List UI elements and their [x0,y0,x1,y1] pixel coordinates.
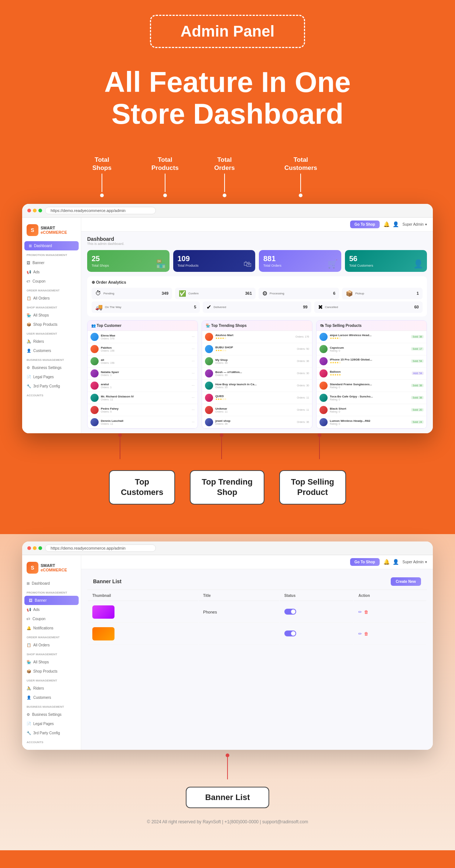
delete-button-1[interactable]: 🗑 [364,609,369,615]
item-sub: Orders: 5 [101,410,189,413]
item-info: Akohno Mart ★★★★☆ [215,334,293,340]
sidebar-item-notifications[interactable]: 🔔 Notifications [22,623,81,633]
item-info: aique Larson Wireless Head... ★★★★☆ [330,334,409,340]
sidebar-section-accounts: ACCOUNTS [22,391,81,399]
delete-button-2[interactable]: 🗑 [364,631,369,636]
analytics-row-2: 🚚 On The Way 5 ✔ Delivered 99 ✖ [92,301,422,313]
status-toggle-2[interactable] [284,631,296,636]
item-name: Unikmar [215,407,295,410]
sidebar-item-shops-2[interactable]: 🏪 All Shops [22,657,81,667]
sidebar-item-coupon-2[interactable]: 🏷 Coupon [22,614,81,623]
pending-value: 349 [162,291,168,295]
sidebar-item-shops[interactable]: 🏪 All Shops [22,311,81,320]
banner-arrow-dot [226,753,229,757]
item-sub: ★★★★☆ [330,361,409,364]
create-new-button[interactable]: Create New [391,577,421,586]
banner-title-phones: Phones [203,610,217,614]
item-name: Black Short [330,407,409,410]
sidebar-item-business-settings[interactable]: ⚙ Business Settings [22,363,81,372]
bell-icon-2[interactable]: 🔔 [383,559,390,565]
order-stat-icon: 🛒 [328,259,338,269]
cancelled-icon: ✖ [318,304,323,311]
dashboard-mockup-2: https://demo.readyecommerce.app/admin S … [22,541,433,750]
banner-label: Banner List [186,787,269,808]
chevron-down-icon: ▾ [425,222,427,226]
edit-button-2[interactable]: ✏ [358,631,362,636]
profile-icon-2[interactable]: 👤 [393,559,399,565]
dashboard-mockup: https://demo.readyecommerce.app/admin S … [22,204,433,433]
item-name: QUED [215,394,295,398]
avatar [90,369,99,377]
item-name: Natalia Sparr [101,370,189,374]
sidebar-item-riders-2[interactable]: 🚴 Riders [22,684,81,693]
sidebar-item-shop-products-2[interactable]: 📦 Shop Products [22,667,81,676]
banner-icon-2: 🖼 [29,598,32,602]
item-sub: Rating: 0 [330,349,409,352]
analytics-row-1: ⏱ Pending 349 ✅ Confirm 361 ⚙ [92,288,422,299]
sidebar-item-orders[interactable]: 📋 All Orders [22,294,81,303]
item-sub: Orders: 576 [101,337,189,340]
sidebar-item-banner[interactable]: 🖼 Banner [22,258,81,267]
cancelled-value: 60 [414,305,419,309]
item-sub: Orders: 1 [101,374,189,376]
browser-bar-2: https://demo.readyecommerce.app/admin [22,541,433,555]
dashboard-section: TotalShops TotalProducts TotalOrders Tot… [0,134,455,534]
sidebar-item-banner-active[interactable]: 🖼 Banner [24,596,79,605]
status-toggle-1[interactable] [284,609,296,615]
profile-icon[interactable]: 👤 [393,221,399,227]
item-sub: Orders: 36 [215,423,295,425]
avatar [90,345,99,353]
go-to-shop-button[interactable]: Go To Shop [350,221,380,228]
sidebar-item-ads-2[interactable]: 📢 Ads [22,605,81,614]
sidebar-item-dashboard[interactable]: ⊞ Dashboard [24,241,79,250]
page-title: Dashboard [87,236,427,242]
banner-header-row: Banner List Create New [87,574,427,590]
avatar [205,345,213,353]
sidebar-item-ads[interactable]: 📢 Ads [22,267,81,277]
sidebar-item-orders-2[interactable]: 📋 All Orders [22,640,81,650]
item-sub: ★★★★☆ [330,337,409,340]
item-name: Bosh — nYsMhm... [215,370,295,374]
hero-text: All Feature In One Store Dashboard [0,55,455,134]
item-sub: Rating: 0 [330,410,409,413]
action-dots: ⋯ [192,396,195,399]
bell-icon[interactable]: 🔔 [383,221,390,227]
sidebar-item-customers[interactable]: 👤 Customers [22,346,81,355]
sidebar-item-legal-2[interactable]: 📄 Legal Pages [22,719,81,728]
sidebar-item-dashboard-2[interactable]: ⊞ Dashboard [22,579,81,588]
orders-count: Orders: 11 [297,409,309,411]
customer-stat-icon: 👤 [413,259,423,269]
edit-button-1[interactable]: ✏ [358,609,362,615]
shop-item-3: My Shop Orders: 36 Orders: 36 [202,355,312,368]
sidebar-item-coupon[interactable]: 🏷 Coupon [22,277,81,286]
avatar [319,418,328,426]
orders-count: Orders: 30 [297,384,309,387]
page-subtitle: This is admin dashboard. [87,242,427,246]
item-info: aratul Orders: 1 [101,383,189,389]
annotation-shops: TotalShops [92,156,112,197]
action-dots: ⋯ [192,420,195,424]
sidebar-item-legal[interactable]: 📄 Legal Pages [22,372,81,382]
coupon-icon: 🏷 [27,279,30,283]
sidebar-item-business-settings-2[interactable]: ⚙ Business Settings [22,710,81,719]
table-row: ✏ 🗑 [88,623,426,645]
action-dots: ⋯ [192,408,195,411]
go-to-shop-button-2[interactable]: Go To Shop [350,558,380,566]
sidebar-item-customers-2[interactable]: 👤 Customers [22,693,81,702]
shop-products-icon-2: 📦 [27,669,31,673]
logo-text: SMART eCOMMERCE [41,226,67,235]
item-sub: Orders: 11 [215,410,295,413]
item-sub: Orders: 156 [101,362,189,364]
item-name: Elena Mae [101,334,189,337]
stat-card-orders: 881 Total Orders 🛒 [259,250,341,272]
stat-card-shops: 25 Total Shops 🏪 [87,250,170,272]
orders-count: Orders: 36 [297,360,309,362]
sidebar-item-3rdparty[interactable]: 🔧 3rd Party Config [22,382,81,391]
sidebar-item-riders[interactable]: 🚴 Riders [22,337,81,346]
item-sub: Orders: 156 [101,349,189,352]
banner-icon: 🖼 [27,261,30,265]
avatar [205,382,213,390]
sidebar-item-3rdparty-2[interactable]: 🔧 3rd Party Config [22,728,81,738]
sidebar-item-shop-products[interactable]: 📦 Shop Products [22,320,81,329]
chevron-down-icon-2: ▾ [425,560,427,564]
